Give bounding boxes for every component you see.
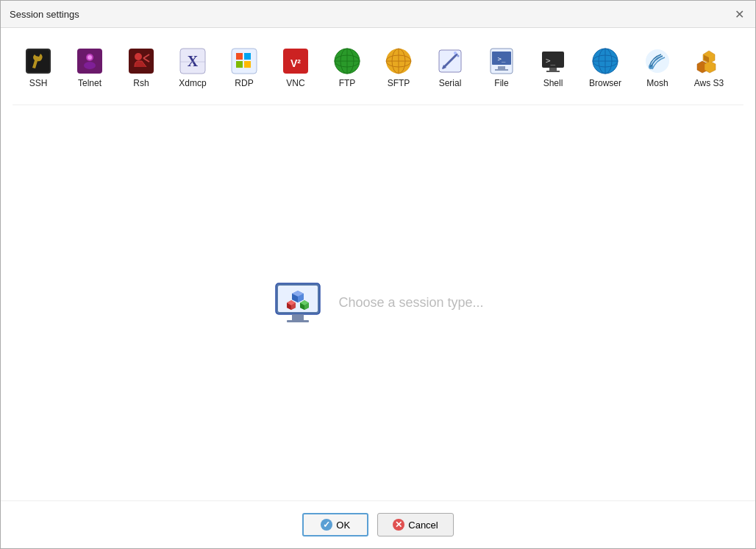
session-item-file[interactable]: >_ File (476, 40, 527, 96)
sftp-label: SFTP (388, 78, 410, 88)
rdp-label: RDP (235, 78, 253, 88)
file-label: File (494, 78, 508, 88)
rdp-icon (230, 47, 258, 75)
session-item-rsh[interactable]: Rsh (115, 40, 167, 96)
xdmcp-icon: X (179, 47, 207, 75)
close-button[interactable]: ✕ (732, 7, 746, 21)
svg-rect-18 (244, 61, 251, 68)
svg-rect-39 (498, 66, 505, 69)
svg-rect-15 (236, 53, 243, 60)
svg-text:>_: >_ (498, 55, 506, 63)
telnet-icon (76, 47, 104, 75)
rsh-label: Rsh (133, 78, 149, 88)
session-item-xdmcp[interactable]: X Xdmcp (167, 40, 218, 96)
placeholder-icon (272, 277, 324, 329)
mosh-icon (643, 47, 671, 75)
dialog-footer: ✓ OK ✕ Cancel (1, 500, 755, 548)
ok-button[interactable]: ✓ OK (302, 513, 368, 536)
svg-text:X: X (188, 53, 199, 69)
svg-text:>_: >_ (546, 56, 556, 65)
dialog-title: Session settings (10, 9, 79, 20)
session-item-vnc[interactable]: V² VNC (270, 40, 321, 96)
vnc-label: VNC (286, 78, 304, 88)
svg-rect-65 (287, 320, 309, 322)
serial-label: Serial (439, 78, 462, 88)
ssh-icon: 🔧 (24, 47, 52, 75)
ftp-label: FTP (339, 78, 356, 88)
dialog-content: 🔧 SSH Teln (1, 28, 755, 500)
browser-label: Browser (589, 78, 621, 88)
ok-icon: ✓ (321, 519, 332, 531)
serial-icon (436, 47, 464, 75)
rsh-icon (127, 47, 155, 75)
ok-label: OK (336, 520, 350, 531)
svg-rect-16 (244, 53, 251, 60)
session-item-ssh[interactable]: 🔧 SSH (13, 40, 64, 96)
cancel-button[interactable]: ✕ Cancel (377, 513, 453, 536)
session-item-mosh[interactable]: Mosh (632, 40, 683, 96)
main-content-area: Choose a session type... (13, 105, 743, 500)
mosh-label: Mosh (646, 78, 668, 88)
awss3-icon (695, 47, 723, 75)
session-item-rdp[interactable]: RDP (218, 40, 270, 96)
shell-icon: >_ (539, 47, 567, 75)
session-item-sftp[interactable]: SFTP (373, 40, 424, 96)
telnet-label: Telnet (78, 78, 101, 88)
svg-rect-17 (236, 61, 243, 68)
placeholder-text: Choose a session type... (338, 295, 483, 311)
svg-rect-43 (549, 68, 557, 71)
svg-text:V²: V² (290, 57, 301, 69)
ftp-icon (333, 47, 361, 75)
browser-icon (591, 47, 619, 75)
svg-point-8 (135, 53, 142, 60)
file-icon: >_ (488, 47, 516, 75)
session-item-serial[interactable]: Serial (424, 40, 476, 96)
svg-point-6 (88, 55, 92, 60)
placeholder-area: Choose a session type... (272, 277, 483, 329)
ssh-label: SSH (29, 78, 48, 88)
session-item-telnet[interactable]: Telnet (64, 40, 115, 96)
svg-point-36 (457, 55, 460, 57)
cancel-label: Cancel (408, 520, 438, 531)
session-item-awss3[interactable]: Aws S3 (683, 40, 735, 96)
session-settings-dialog: Session settings ✕ 🔧 SSH (0, 0, 756, 549)
session-item-shell[interactable]: >_ Shell (527, 40, 579, 96)
svg-rect-44 (546, 71, 560, 72)
title-bar: Session settings ✕ (1, 1, 755, 28)
session-type-list: 🔧 SSH Teln (13, 40, 743, 105)
svg-rect-64 (292, 314, 304, 320)
sftp-icon (385, 47, 413, 75)
vnc-icon: V² (282, 47, 310, 75)
svg-point-35 (454, 52, 457, 54)
svg-point-5 (84, 62, 96, 69)
cancel-icon: ✕ (393, 519, 404, 531)
awss3-label: Aws S3 (694, 78, 724, 88)
svg-rect-40 (495, 69, 508, 71)
session-item-browser[interactable]: Browser (579, 40, 632, 96)
session-item-ftp[interactable]: FTP (321, 40, 373, 96)
shell-label: Shell (543, 78, 563, 88)
xdmcp-label: Xdmcp (179, 78, 206, 88)
